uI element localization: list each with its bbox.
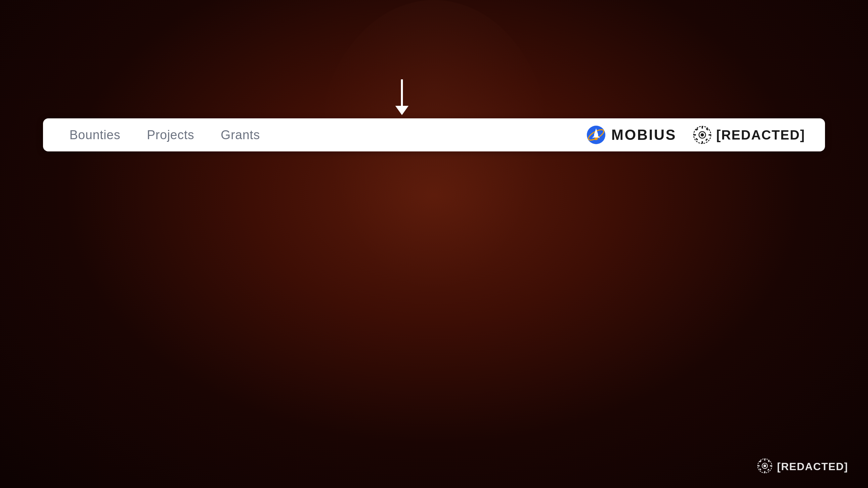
- redacted-gear-icon: [693, 126, 712, 144]
- svg-rect-9: [702, 141, 703, 143]
- bottom-gear-icon: [757, 458, 772, 475]
- svg-rect-11: [709, 134, 711, 135]
- svg-rect-12: [696, 128, 698, 131]
- mobius-svg: [586, 125, 606, 145]
- arrow-head: [395, 106, 408, 115]
- svg-point-6: [594, 137, 598, 140]
- nav-item-grants[interactable]: Grants: [208, 125, 273, 145]
- svg-rect-23: [760, 460, 762, 462]
- mobius-label: MOBIUS: [611, 127, 677, 143]
- svg-point-28: [764, 464, 766, 467]
- redacted-label: [REDACTED]: [716, 128, 805, 142]
- mobius-brand[interactable]: MOBIUS: [576, 125, 686, 145]
- mobius-icon: [586, 125, 606, 145]
- nav-item-projects[interactable]: Projects: [134, 125, 208, 145]
- svg-rect-21: [758, 465, 760, 466]
- svg-rect-8: [702, 126, 703, 129]
- bottom-brand-label: [REDACTED]: [777, 461, 848, 473]
- svg-rect-13: [705, 138, 708, 141]
- svg-rect-24: [767, 469, 769, 471]
- nav-item-bounties[interactable]: Bounties: [56, 125, 134, 145]
- down-arrow: [395, 79, 408, 115]
- svg-point-17: [701, 133, 704, 136]
- gear-svg: [693, 126, 712, 144]
- redacted-brand[interactable]: [REDACTED]: [686, 126, 812, 144]
- svg-rect-25: [759, 468, 761, 470]
- svg-rect-10: [694, 134, 696, 135]
- svg-rect-3: [594, 134, 598, 137]
- bottom-right-brand[interactable]: [REDACTED]: [757, 458, 848, 475]
- svg-rect-14: [696, 138, 698, 140]
- arrow-shaft: [401, 79, 403, 106]
- svg-rect-22: [770, 465, 772, 466]
- svg-rect-19: [764, 459, 765, 461]
- bottom-gear-svg: [757, 458, 772, 474]
- svg-rect-20: [764, 471, 765, 473]
- navbar: Bounties Projects Grants MOBIUS: [43, 118, 825, 152]
